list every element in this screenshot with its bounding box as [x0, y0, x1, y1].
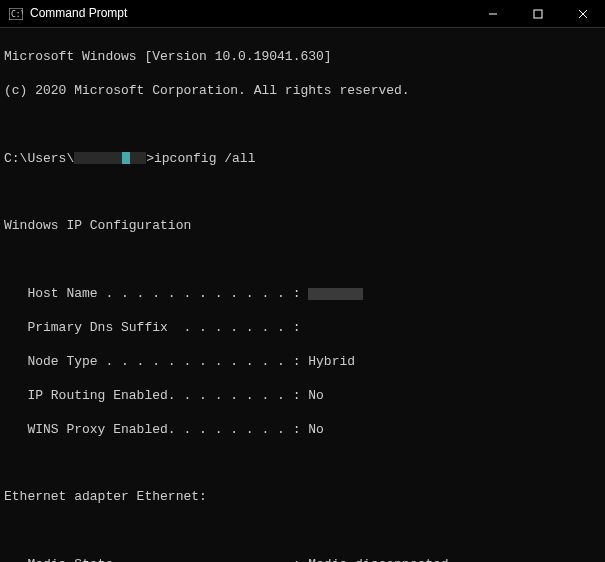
cmd-icon: C:\ [8, 6, 24, 22]
svg-rect-3 [534, 10, 542, 18]
eth-media-state: Media State . . . . . . . . . . . : Medi… [4, 557, 601, 562]
minimize-button[interactable] [470, 0, 515, 28]
prompt-line: C:\Users\>ipconfig /all [4, 151, 601, 168]
redacted-username [74, 152, 146, 164]
window-titlebar: C:\ Command Prompt [0, 0, 605, 28]
node-type-line: Node Type . . . . . . . . . . . . : Hybr… [4, 354, 601, 371]
prompt-command: >ipconfig /all [146, 151, 255, 166]
copyright-line: (c) 2020 Microsoft Corporation. All righ… [4, 83, 601, 100]
ethernet-header: Ethernet adapter Ethernet: [4, 489, 601, 506]
dns-suffix-line: Primary Dns Suffix . . . . . . . : [4, 320, 601, 337]
hostname-line: Host Name . . . . . . . . . . . . : [4, 286, 601, 303]
maximize-button[interactable] [515, 0, 560, 28]
redacted-hostname [308, 288, 363, 300]
prompt-path-prefix: C:\Users\ [4, 151, 74, 166]
window-title: Command Prompt [30, 6, 470, 22]
svg-text:C:\: C:\ [11, 10, 23, 19]
version-line: Microsoft Windows [Version 10.0.19041.63… [4, 49, 601, 66]
ip-routing-line: IP Routing Enabled. . . . . . . . : No [4, 388, 601, 405]
hostname-label: Host Name . . . . . . . . . . . . : [4, 286, 308, 301]
wins-proxy-line: WINS Proxy Enabled. . . . . . . . : No [4, 422, 601, 439]
close-button[interactable] [560, 0, 605, 28]
terminal-output[interactable]: Microsoft Windows [Version 10.0.19041.63… [0, 28, 605, 562]
window-controls [470, 0, 605, 28]
ipconfig-title: Windows IP Configuration [4, 218, 601, 235]
